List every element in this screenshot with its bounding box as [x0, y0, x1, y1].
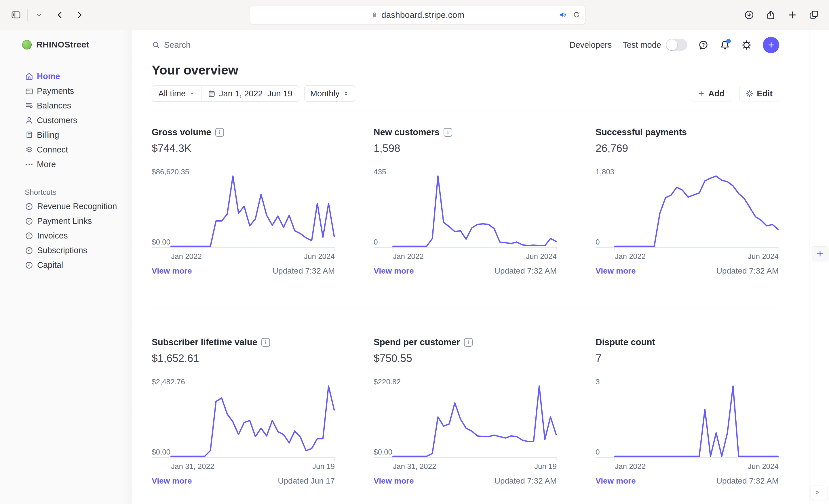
card-value: 7: [596, 352, 779, 365]
sidebar-item-more[interactable]: More: [0, 157, 132, 172]
shortcut-revenue-recognition[interactable]: Revenue Recognition: [0, 199, 132, 214]
card-value: 1,598: [374, 142, 557, 155]
sidebar-item-label: Connect: [37, 145, 68, 154]
toggle-knob: [666, 39, 677, 50]
row-divider: [152, 308, 779, 308]
settings-gear-icon[interactable]: [741, 40, 752, 50]
shortcut-label: Subscriptions: [37, 246, 87, 255]
account-avatar: [22, 40, 32, 49]
shortcut-label: Invoices: [37, 231, 68, 240]
view-more-link[interactable]: View more: [596, 476, 636, 486]
interval-value: Monthly: [310, 89, 340, 99]
y-axis-min-label: 0: [596, 448, 600, 456]
shortcut-label: Revenue Recognition: [37, 202, 117, 211]
interval-select[interactable]: Monthly: [304, 85, 356, 102]
range-value: All time: [158, 89, 186, 99]
sidebar-item-connect[interactable]: Connect: [0, 143, 132, 157]
terminal-shell-button[interactable]: >_: [810, 486, 828, 500]
card-value: $744.3K: [152, 142, 335, 155]
sidebar-item-label: More: [37, 160, 56, 169]
back-button[interactable]: [55, 9, 65, 20]
sidebar: RHINOStreet Home Payments Balances Custo…: [0, 30, 132, 504]
shortcut-subscriptions[interactable]: Subscriptions: [0, 243, 132, 258]
shortcut-label: Payment Links: [37, 216, 92, 226]
metric-card-subscriber-ltv: Subscriber lifetime value i $1,652.61 $2…: [152, 337, 335, 486]
date-filter-group: All time Jan 1, 2022–Jun 19: [152, 85, 299, 102]
sidebar-item-customers[interactable]: Customers: [0, 113, 132, 128]
url-text: dashboard.stripe.com: [382, 10, 465, 20]
sidebar-item-label: Home: [37, 72, 60, 81]
divider: [152, 110, 779, 110]
notification-dot: [726, 39, 731, 43]
view-more-link[interactable]: View more: [152, 476, 192, 486]
updated-label: Updated 7:32 AM: [495, 266, 557, 276]
edit-button[interactable]: Edit: [739, 86, 779, 101]
info-icon[interactable]: i: [464, 338, 473, 347]
view-more-link[interactable]: View more: [374, 476, 414, 486]
audio-icon[interactable]: [559, 10, 567, 19]
sidebar-item-label: Billing: [37, 130, 59, 140]
chart-canvas: [374, 379, 557, 462]
date-range-picker[interactable]: Jan 1, 2022–Jun 19: [201, 86, 299, 101]
lock-icon: [371, 11, 378, 18]
shortcuts-heading: Shortcuts: [25, 188, 132, 197]
shortcut-label: Capital: [37, 260, 63, 270]
line-chart: 435 0 Jan 2022 Jun 2024: [374, 167, 557, 261]
add-widget-button[interactable]: [812, 246, 828, 261]
clock-icon: [25, 261, 33, 270]
search-input[interactable]: Search: [152, 40, 570, 50]
view-more-link[interactable]: View more: [152, 266, 192, 276]
account-name: RHINOStreet: [36, 40, 89, 49]
card-value: $1,652.61: [152, 352, 335, 365]
view-more-link[interactable]: View more: [374, 266, 414, 276]
sidebar-item-billing[interactable]: Billing: [0, 128, 132, 143]
help-icon[interactable]: ?: [698, 40, 709, 50]
y-axis-min-label: 0: [596, 238, 600, 246]
updated-label: Updated 7:32 AM: [495, 476, 557, 486]
sidebar-toggle-icon[interactable]: [11, 9, 21, 20]
x-axis-end-label: Jun 19: [312, 462, 335, 471]
browser-chrome: dashboard.stripe.com: [0, 0, 829, 30]
card-value: 26,769: [596, 142, 779, 155]
sidebar-item-payments[interactable]: Payments: [0, 84, 132, 99]
card-title: Dispute count: [596, 337, 655, 348]
reload-icon[interactable]: [573, 11, 581, 19]
range-select[interactable]: All time: [152, 86, 201, 101]
shortcut-payment-links[interactable]: Payment Links: [0, 214, 132, 228]
account-switcher[interactable]: RHINOStreet: [0, 36, 132, 53]
calendar-icon: [208, 90, 216, 98]
share-icon[interactable]: [765, 9, 776, 20]
card-value: $750.55: [374, 352, 557, 365]
notifications-icon[interactable]: [720, 40, 730, 50]
updated-label: Updated 7:32 AM: [273, 266, 335, 276]
new-tab-icon[interactable]: [787, 9, 798, 20]
tab-overview-icon[interactable]: [808, 9, 819, 20]
svg-text:?: ?: [702, 42, 705, 47]
shortcut-invoices[interactable]: Invoices: [0, 228, 132, 243]
test-mode-label: Test mode: [623, 40, 661, 50]
sidebar-item-label: Balances: [37, 101, 71, 111]
x-axis-end-label: Jun 19: [534, 462, 557, 471]
view-more-link[interactable]: View more: [596, 266, 636, 276]
developers-link[interactable]: Developers: [570, 40, 612, 50]
shortcut-capital[interactable]: Capital: [0, 258, 132, 272]
sidebar-item-home[interactable]: Home: [0, 69, 132, 84]
test-mode-toggle[interactable]: [666, 39, 687, 51]
search-icon: [152, 41, 160, 49]
sidebar-item-balances[interactable]: Balances: [0, 99, 132, 113]
clock-icon: [25, 217, 33, 226]
forward-button[interactable]: [74, 9, 85, 20]
chevron-down-icon[interactable]: [34, 9, 44, 20]
address-bar[interactable]: dashboard.stripe.com: [250, 5, 585, 25]
info-icon[interactable]: i: [261, 338, 270, 347]
info-icon[interactable]: i: [443, 128, 452, 137]
updated-label: Updated 7:32 AM: [716, 476, 779, 486]
info-icon[interactable]: i: [215, 128, 224, 137]
add-button[interactable]: Add: [691, 86, 731, 101]
chevron-down-icon: [189, 91, 195, 96]
y-axis-min-label: $0.00: [152, 238, 170, 246]
main-content: Search Developers Test mode ?: [132, 30, 809, 504]
create-button[interactable]: [763, 37, 779, 53]
chart-canvas: [596, 379, 779, 462]
downloads-icon[interactable]: [744, 9, 754, 20]
